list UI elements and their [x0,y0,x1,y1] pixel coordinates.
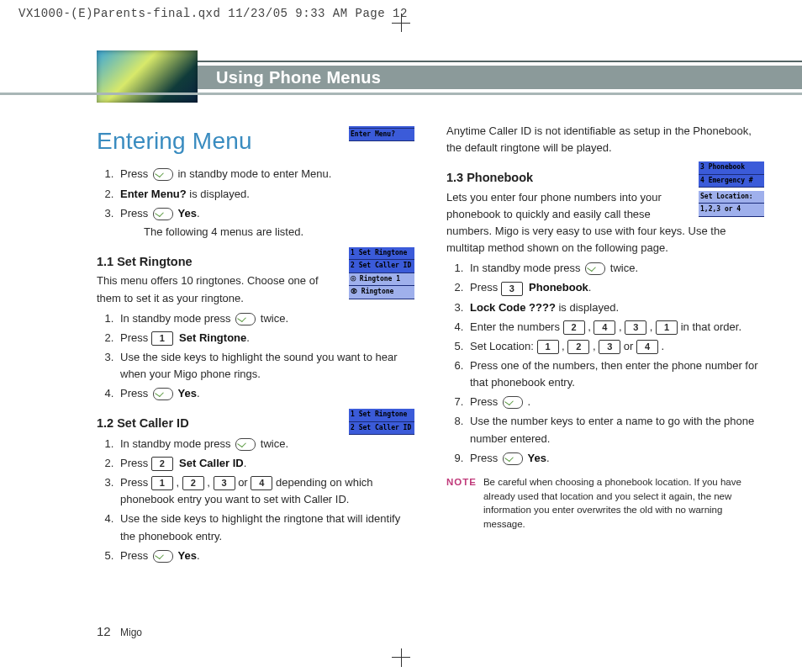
key-3: 3 [501,282,523,296]
step: Press one of the numbers, then enter the… [467,357,764,391]
step: Press 2 Set Caller ID. [117,455,414,472]
step: Lock Code ???? is displayed. [467,299,764,316]
bold-text: Yes [177,207,196,220]
step: Press 1 Set Ringtone. [117,330,414,347]
screen-line: ⦿ Ringtone [349,286,414,299]
key-1: 1 [537,340,559,354]
text: Press [120,476,151,489]
key-3: 3 [625,320,646,335]
screen-line: 1 Set Ringtone [349,247,414,260]
key-3: 3 [214,476,235,490]
text: Press [120,207,151,220]
bold-text: Yes [527,452,546,464]
ok-key-icon [503,396,523,409]
key-2: 2 [563,320,585,335]
header-bar: Using Phone Menus [198,66,802,89]
page-number: 12 [97,624,111,638]
screen-set-ringtone: 1 Set Ringtone 2 Set Caller ID ⦾ Rington… [349,247,414,299]
step: In standby mode press twice. [117,310,414,327]
left-column: Enter Menu? Entering Menu Press in stand… [97,118,414,569]
key-1: 1 [656,320,678,335]
step: Press 1 , 2 , 3 or 4 depending on which … [117,474,414,508]
text: is displayed. [558,301,619,314]
key-3: 3 [599,340,620,354]
right-column: Anytime Caller ID is not identifiable as… [446,118,764,569]
sec13-steps: In standby mode press twice. Press 3 Pho… [446,260,764,467]
page-footer: 12 Migo [97,624,142,638]
step: Press Yes. The following 4 menus are lis… [117,205,414,241]
note-text: Be careful when choosing a phonebook loc… [483,475,764,532]
text: In standby mode press [120,437,234,450]
text: In standby mode press [120,312,234,325]
text: twice. [261,312,288,325]
screen-line: 4 Emergency # [699,175,764,188]
step: Press 3 Phonebook. [467,279,764,296]
sec11-steps: In standby mode press twice. Press 1 Set… [97,310,414,403]
screen-enter-menu: Enter Menu? [349,126,414,141]
step: Enter Menu? is displayed. [117,186,414,203]
screen-line: Set Location: [699,191,764,204]
key-1: 1 [151,476,173,490]
step: Press . [467,394,764,410]
ok-key-icon [235,313,256,325]
key-1: 1 [151,331,173,346]
step: Use the side keys to highlight the ringt… [117,511,414,544]
text: Press [120,457,151,469]
ok-key-icon [503,452,523,465]
step: Enter the numbers 2 , 4 , 3 , 1 in that … [467,319,764,336]
sec12-steps: In standby mode press twice. Press 2 Set… [97,436,414,564]
screen-line: ⦾ Ringtone 1 [349,273,414,286]
intro-steps: Press in standby mode to enter Menu. Ent… [97,166,414,241]
text: Set Location: [470,340,537,352]
text: Press [470,452,501,464]
print-slug: VX1000-(E)Parents-final.qxd 11/23/05 9:3… [18,7,408,20]
crop-mark [401,648,402,667]
screen-line: Enter Menu? [349,129,414,141]
bold-text: Phonebook [529,281,588,294]
key-2: 2 [567,340,589,354]
step: Press Yes. [467,450,764,467]
screen-line: 2 Set Caller ID [349,422,414,435]
ok-key-icon [585,262,605,275]
page-body: Using Phone Menus Enter Menu? Entering M… [97,50,764,638]
key-4: 4 [636,340,658,354]
screen-line: 2 Set Caller ID [349,260,414,273]
step: Press in standby mode to enter Menu. [117,166,414,183]
bold-text: Set Ringtone [179,331,246,344]
text: The following 4 menus are listed. [144,224,414,241]
key-4: 4 [251,476,272,490]
text: in that order. [681,320,741,333]
text: Press [120,167,151,180]
text: Press [470,395,501,408]
screen-line: 1,2,3 or 4 [699,204,764,216]
step: Press Yes. [117,548,414,564]
screen-phonebook: 3 Phonebook 4 Emergency # Set Location: … [699,161,764,217]
text: twice. [610,262,638,274]
text: Enter the numbers [470,320,563,333]
bold-text: Lock Code ???? [470,301,556,314]
bold-text: Enter Menu? [120,188,187,200]
content-columns: Enter Menu? Entering Menu Press in stand… [97,118,764,569]
key-2: 2 [151,457,173,471]
step: Use the number keys to enter a name to g… [467,413,764,447]
step: Press Yes. [117,385,414,402]
ok-key-icon [153,168,173,181]
screen-line: 3 Phonebook [699,161,764,174]
key-4: 4 [594,320,615,335]
step: In standby mode press twice. [467,260,764,277]
note-block: NOTE Be careful when choosing a phoneboo… [446,475,764,532]
header-rule [0,93,802,95]
text: In standby mode press [470,262,583,274]
header-title: Using Phone Menus [216,68,381,87]
text: is displayed. [189,188,250,200]
ok-key-icon [153,208,173,220]
header: Using Phone Menus [97,50,764,103]
key-2: 2 [182,476,204,490]
screen-line: 1 Set Ringtone [349,409,414,421]
bold-text: Yes [177,387,196,399]
continuation-text: Anytime Caller ID is not identifiable as… [446,123,764,156]
bold-text: Yes [177,549,196,562]
product-name: Migo [120,627,142,638]
ok-key-icon [235,438,256,451]
text: in standby mode to enter Menu. [177,167,331,180]
